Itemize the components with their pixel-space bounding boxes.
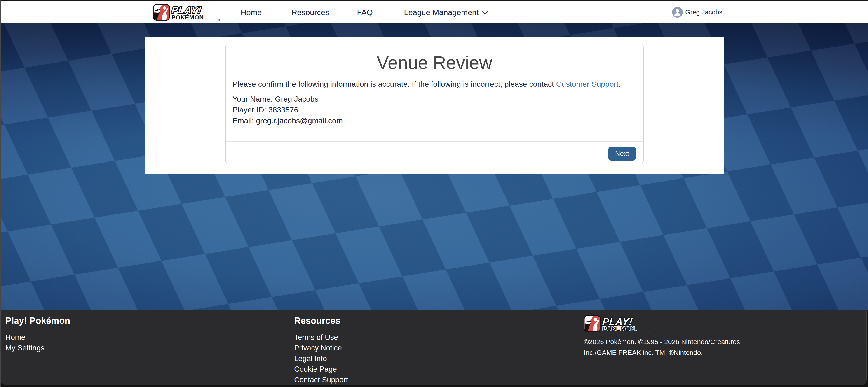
play-pokemon-logo[interactable] [151,4,222,21]
chevron-down-icon [482,11,488,15]
footer-link-legal-info[interactable]: Legal Info [294,353,348,364]
player-info: Your Name: Greg Jacobs Player ID: 383357… [232,94,637,126]
window-left-edge [0,0,1,387]
footer-brand-heading: Play! Pokémon [5,315,70,326]
player-email-line: Email: greg.r.jacobs@gmail.com [232,115,637,126]
nav-item-label: League Management [404,8,479,17]
window-top-edge [0,0,868,1]
footer-link-my-settings[interactable]: My Settings [5,343,70,353]
card-footer: Next [226,141,643,163]
user-name: Greg Jacobs [685,8,722,16]
footer-play-pokemon-logo [584,315,652,333]
footer-brand-column: Play! Pokémon Home My Settings [5,315,70,353]
intro-text: Please confirm the following information… [232,79,637,89]
content-panel: Venue Review Please confirm the followin… [145,37,724,174]
nav-item-resources[interactable]: Resources [291,1,329,23]
venue-review-card: Venue Review Please confirm the followin… [225,45,644,163]
intro-after: . [618,80,620,88]
footer-link-cookie-page[interactable]: Cookie Page [294,364,348,374]
player-id-line: Player ID: 3833576 [232,104,637,115]
intro-before: Please confirm the following information… [232,80,556,88]
top-navigation-bar: Home Resources FAQ League Management Gre… [0,1,868,24]
next-button[interactable]: Next [609,147,636,161]
page-title: Venue Review [226,52,643,74]
nav-item-faq[interactable]: FAQ [357,1,373,23]
footer-resources-heading: Resources [294,315,348,326]
nav-item-league-management[interactable]: League Management [404,1,488,23]
footer-legal-column: ©2026 Pokémon. ©1995 - 2026 Nintendo/Cre… [584,315,744,358]
player-name-line: Your Name: Greg Jacobs [232,94,637,104]
page-background: Venue Review Please confirm the followin… [0,23,868,310]
footer-copyright: ©2026 Pokémon. ©1995 - 2026 Nintendo/Cre… [584,336,744,358]
footer-link-contact-support[interactable]: Contact Support [294,374,348,385]
nav-item-home[interactable]: Home [241,1,261,23]
footer-panel: Play! Pokémon Home My Settings Resources… [1,310,867,385]
user-menu[interactable]: Greg Jacobs [672,1,722,23]
footer-link-privacy-notice[interactable]: Privacy Notice [294,343,348,353]
user-avatar-icon [672,7,683,18]
footer-link-home[interactable]: Home [5,332,70,343]
footer-link-terms-of-use[interactable]: Terms of Use [294,332,348,343]
page-footer: Play! Pokémon Home My Settings Resources… [0,310,868,387]
footer-resources-column: Resources Terms of Use Privacy Notice Le… [294,315,348,385]
venue-review-page: Home Resources FAQ League Management Gre… [0,0,868,387]
customer-support-link[interactable]: Customer Support [556,80,618,88]
